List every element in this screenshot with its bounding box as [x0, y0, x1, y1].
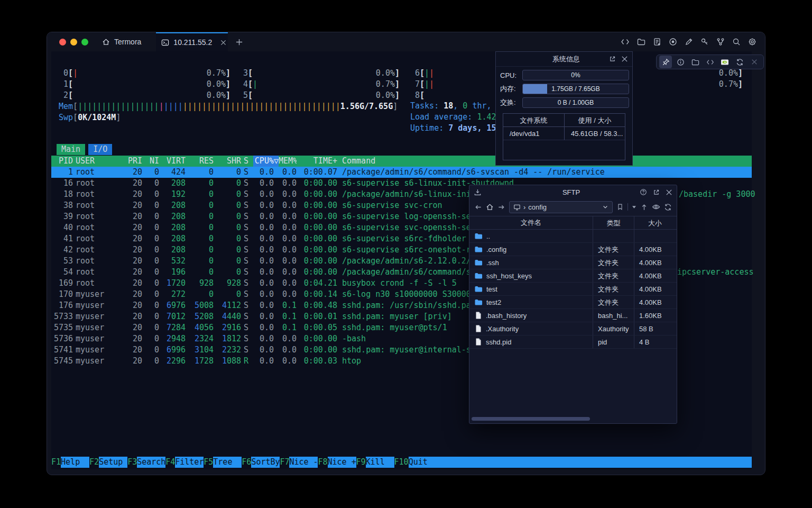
- log-icon[interactable]: [653, 38, 661, 46]
- column-header-res[interactable]: RES: [186, 156, 214, 167]
- column-header-pri[interactable]: PRI: [121, 156, 142, 167]
- fkey-label-tree[interactable]: Tree: [213, 457, 242, 468]
- sync-button[interactable]: [733, 56, 746, 68]
- search-icon[interactable]: [732, 38, 741, 46]
- workflow-icon[interactable]: [716, 38, 725, 46]
- fkey-f2[interactable]: F2: [89, 457, 99, 468]
- tab-ssh-session[interactable]: 10.211.55.2: [156, 32, 228, 51]
- fkey-f1[interactable]: F1: [51, 457, 61, 468]
- column-header-ni[interactable]: NI: [142, 156, 159, 167]
- column-header-user[interactable]: USER: [73, 156, 121, 167]
- close-tab-icon[interactable]: [220, 40, 226, 46]
- fkey-f6[interactable]: F6: [242, 457, 251, 468]
- info-button[interactable]: [674, 56, 687, 68]
- path-breadcrumb[interactable]: › config: [509, 201, 613, 213]
- close-toolbar-button[interactable]: [748, 56, 761, 68]
- pin-button[interactable]: [659, 56, 672, 68]
- detach-icon[interactable]: [653, 189, 660, 196]
- column-header-pid[interactable]: PID: [51, 156, 73, 167]
- sftp-title: SFTP: [486, 188, 635, 196]
- cpu-meter-1: 1[0.0%]: [59, 78, 230, 89]
- fkey-label-sortby[interactable]: SortBy: [251, 457, 280, 468]
- file-column-header[interactable]: 大小: [634, 216, 676, 229]
- new-tab-button[interactable]: [228, 32, 251, 51]
- fkey-label-quit[interactable]: Quit: [409, 457, 752, 468]
- snippets-button[interactable]: [704, 56, 716, 68]
- column-header-shr[interactable]: SHR: [214, 156, 241, 167]
- file-row[interactable]: .ssh文件夹4.00KB: [469, 256, 677, 269]
- file-row[interactable]: .config文件夹4.00KB: [469, 243, 677, 256]
- file-row[interactable]: ..: [469, 230, 677, 243]
- column-header-cpu[interactable]: CPU%▽: [253, 156, 279, 167]
- fkey-label-search[interactable]: Search: [137, 457, 165, 468]
- file-row[interactable]: ssh_host_keys文件夹4.00KB: [469, 269, 677, 283]
- download-icon[interactable]: [474, 188, 482, 196]
- file-icon: [474, 311, 482, 320]
- folder-icon[interactable]: [637, 38, 645, 46]
- htop-tab-io[interactable]: I/O: [88, 144, 112, 155]
- fkey-f3[interactable]: F3: [127, 457, 137, 468]
- close-icon[interactable]: [666, 189, 672, 196]
- file-row[interactable]: sshd.pidpid4 B: [469, 335, 677, 349]
- settings-icon[interactable]: [748, 38, 756, 46]
- fkey-f7[interactable]: F7: [280, 457, 289, 468]
- detach-icon[interactable]: [609, 56, 616, 62]
- minimize-window-button[interactable]: [70, 39, 77, 46]
- tab-termora-home[interactable]: Termora: [96, 32, 156, 51]
- file-row[interactable]: .bash_historybash_hi...1.60KB: [469, 309, 677, 322]
- fkey-label-help[interactable]: Help: [61, 457, 89, 468]
- cpu-meter-4: 4[|0.7%]: [238, 78, 400, 89]
- fkey-f9[interactable]: F9: [356, 457, 366, 468]
- record-icon[interactable]: [669, 38, 677, 46]
- chevron-down-icon[interactable]: [602, 204, 608, 210]
- close-icon: [751, 59, 758, 65]
- fkey-f4[interactable]: F4: [165, 457, 175, 468]
- zoom-window-button[interactable]: [81, 39, 88, 46]
- refresh-icon[interactable]: [664, 203, 672, 211]
- file-row[interactable]: test文件夹4.00KB: [469, 283, 677, 296]
- fkey-label-kill[interactable]: Kill: [366, 457, 394, 468]
- preview-eye-icon[interactable]: [652, 203, 660, 211]
- key-icon[interactable]: [700, 38, 709, 46]
- back-icon[interactable]: [474, 203, 482, 211]
- home-icon[interactable]: [486, 203, 494, 211]
- fkey-f5[interactable]: F5: [204, 457, 213, 468]
- file-row[interactable]: test2文件夹4.00KB: [469, 296, 677, 309]
- fkey-f10[interactable]: F10: [394, 457, 409, 468]
- close-icon[interactable]: [621, 56, 628, 62]
- fkey-label-nice[interactable]: Nice -: [289, 457, 318, 468]
- fkey-label-setup[interactable]: Setup: [99, 457, 127, 468]
- edit-icon[interactable]: [685, 38, 693, 46]
- process-table-header[interactable]: PIDUSERPRINIVIRTRESSHRSCPU%▽MEM%TIME+Com…: [51, 156, 752, 167]
- column-header-mem[interactable]: MEM%: [279, 156, 297, 167]
- horizontal-scrollbar[interactable]: [472, 417, 590, 421]
- tab-label: 10.211.55.2: [173, 38, 212, 47]
- fkey-label-filter[interactable]: Filter: [175, 457, 204, 468]
- nvidia-button[interactable]: [718, 56, 731, 68]
- process-row[interactable]: 1root20042400S0.00.00:00.07/package/admi…: [51, 167, 752, 178]
- code-icon[interactable]: [621, 38, 630, 46]
- filesystem-row[interactable]: /dev/vda145.61GB / 58.3...: [503, 127, 625, 140]
- plus-icon: [235, 38, 243, 46]
- file-column-header[interactable]: 类型: [593, 216, 634, 229]
- function-key-bar: F1HelpF2SetupF3SearchF4FilterF5TreeF6Sor…: [51, 457, 752, 468]
- upload-icon[interactable]: [640, 203, 648, 211]
- files-button[interactable]: [689, 56, 702, 68]
- metric-bar: 0 B / 1.00GB: [522, 97, 629, 108]
- column-header-virt[interactable]: VIRT: [159, 156, 186, 167]
- forward-icon[interactable]: [497, 203, 505, 211]
- bookmark-icon[interactable]: [616, 203, 624, 211]
- file-row[interactable]: .XauthorityXauthority58 B: [469, 322, 677, 335]
- column-header-s[interactable]: S: [241, 156, 253, 167]
- path-separator: ›: [523, 203, 525, 211]
- htop-tab-main[interactable]: Main: [57, 144, 85, 155]
- fkey-label-nice[interactable]: Nice +: [328, 457, 356, 468]
- file-column-header[interactable]: 文件名: [469, 218, 593, 228]
- htop-info-line: Uptime: 7 days, 15:3: [410, 123, 506, 134]
- caret-down-icon[interactable]: [632, 205, 636, 209]
- close-window-button[interactable]: [59, 39, 66, 46]
- column-header-time[interactable]: TIME+: [297, 156, 337, 167]
- help-icon[interactable]: [640, 188, 647, 196]
- htop-info-line: Load average: 1.42 1: [410, 112, 506, 123]
- fkey-f8[interactable]: F8: [318, 457, 327, 468]
